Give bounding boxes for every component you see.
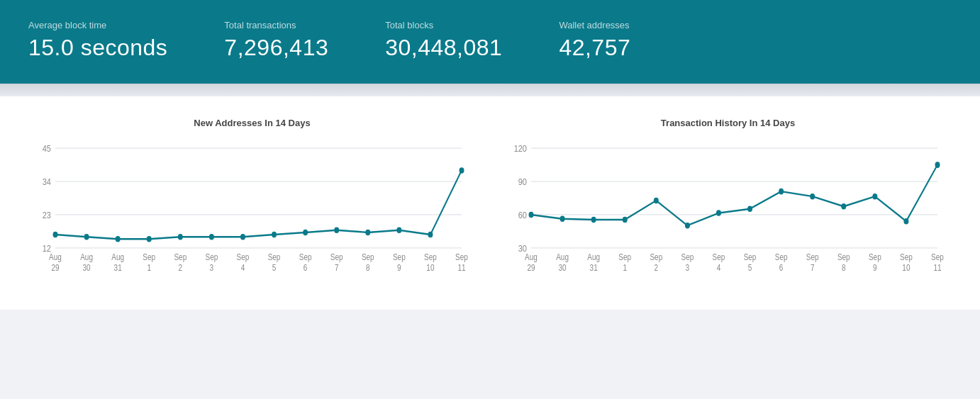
svg-point-47 [623,217,628,223]
svg-point-20 [428,232,433,238]
svg-text:Sep9: Sep9 [869,252,881,272]
stat-value: 15.0 seconds [28,35,167,61]
svg-text:Sep6: Sep6 [775,252,788,272]
divider [0,84,980,96]
svg-text:Sep11: Sep11 [455,252,468,272]
new-addresses-area: 45342312Aug29Aug30Aug31Sep1Sep2Sep3Sep4S… [28,140,476,296]
svg-point-44 [529,212,534,218]
stat-label: Total blocks [385,20,502,30]
svg-point-19 [396,227,401,234]
svg-point-12 [178,234,183,240]
svg-text:Aug29: Aug29 [525,252,538,272]
svg-text:Sep8: Sep8 [362,252,374,272]
svg-point-54 [841,203,846,210]
svg-text:Aug30: Aug30 [80,252,93,272]
svg-text:Sep4: Sep4 [237,252,250,272]
stat-value: 7,296,413 [224,35,328,61]
svg-point-52 [779,189,784,195]
svg-point-46 [591,217,596,223]
svg-point-55 [872,193,877,200]
stat-label: Wallet addresses [559,20,630,30]
svg-text:Sep1: Sep1 [618,252,631,272]
svg-text:Sep3: Sep3 [205,252,218,272]
svg-text:Sep4: Sep4 [713,252,725,272]
svg-point-11 [147,236,152,242]
svg-text:Sep3: Sep3 [681,252,694,272]
svg-point-13 [209,234,214,240]
svg-text:Sep9: Sep9 [393,252,406,272]
svg-text:Aug30: Aug30 [556,252,569,272]
svg-point-16 [303,230,308,236]
transaction-history-chart: Transaction History In 14 Days 120906030… [504,118,952,296]
transaction-history-svg: 120906030Aug29Aug30Aug31Sep1Sep2Sep3Sep4… [504,140,952,296]
svg-text:Sep7: Sep7 [330,252,343,272]
svg-text:Sep6: Sep6 [299,252,312,272]
svg-text:23: 23 [43,210,51,220]
svg-text:Sep10: Sep10 [424,252,437,272]
new-addresses-chart: New Addresses In 14 Days 45342312Aug29Au… [28,118,476,296]
svg-point-53 [810,193,815,200]
svg-point-10 [116,236,121,242]
stat-block: Total transactions 7,296,413 [224,20,328,61]
stat-block: Wallet addresses 42,757 [559,20,630,61]
svg-point-49 [685,223,690,229]
svg-text:Sep1: Sep1 [143,252,155,272]
stat-value: 30,448,081 [385,35,502,61]
stat-value: 42,757 [559,35,630,61]
svg-point-57 [935,162,940,168]
charts-section: New Addresses In 14 Days 45342312Aug29Au… [0,96,980,310]
svg-text:Sep7: Sep7 [806,252,819,272]
svg-text:Aug31: Aug31 [111,252,124,272]
stat-block: Total blocks 30,448,081 [385,20,502,61]
svg-text:60: 60 [518,210,527,220]
transaction-history-area: 120906030Aug29Aug30Aug31Sep1Sep2Sep3Sep4… [504,140,952,296]
svg-text:Sep2: Sep2 [174,252,186,272]
new-addresses-svg: 45342312Aug29Aug30Aug31Sep1Sep2Sep3Sep4S… [28,140,476,296]
svg-text:90: 90 [518,176,527,187]
svg-point-45 [560,216,565,223]
svg-text:45: 45 [43,143,51,154]
svg-text:Sep8: Sep8 [837,252,850,272]
header-stats: Average block time 15.0 seconds Total tr… [0,0,980,84]
svg-text:Sep5: Sep5 [744,252,757,272]
svg-text:Sep5: Sep5 [268,252,281,272]
svg-text:120: 120 [514,143,527,154]
svg-point-17 [334,227,339,234]
stat-block: Average block time 15.0 seconds [28,20,167,61]
svg-text:Aug31: Aug31 [587,252,600,272]
svg-point-48 [654,198,659,204]
svg-text:Sep2: Sep2 [650,252,662,272]
svg-text:Sep10: Sep10 [900,252,913,272]
svg-point-50 [716,210,721,216]
svg-text:34: 34 [43,176,51,187]
svg-point-56 [903,218,908,225]
svg-point-51 [747,206,752,212]
new-addresses-title: New Addresses In 14 Days [28,118,476,128]
stat-label: Total transactions [224,20,328,30]
stat-label: Average block time [28,20,167,30]
svg-point-15 [272,232,277,238]
svg-point-21 [460,167,464,174]
svg-text:Sep11: Sep11 [931,252,944,272]
svg-point-9 [84,234,89,240]
transaction-history-title: Transaction History In 14 Days [504,118,952,128]
svg-point-18 [365,230,370,236]
svg-point-14 [240,234,245,240]
svg-point-8 [53,232,58,238]
svg-text:Aug29: Aug29 [49,252,62,272]
